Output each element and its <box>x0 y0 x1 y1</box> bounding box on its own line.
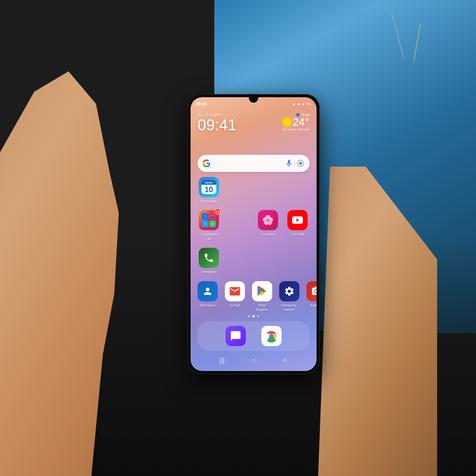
social-icon: f 📷 t w 12 <box>199 210 219 230</box>
settings-icon <box>279 281 299 301</box>
status-icons: ▲ ▲ ▲ 5% <box>292 102 311 106</box>
battery-indicator: 5% <box>306 102 311 106</box>
app-phone[interactable]: Телефон <box>198 248 220 274</box>
app-playstore[interactable]: PlayМаркет <box>252 281 272 312</box>
camera-svg <box>311 286 317 297</box>
calendar-label: Календар <box>200 199 217 203</box>
page-dots <box>191 315 317 317</box>
dot-1 <box>248 315 250 317</box>
youtube-icon <box>287 210 308 230</box>
weather-desc: УФ-індекс Високий <box>283 128 310 131</box>
date-label: ср, 10 травня <box>198 113 236 117</box>
twitter-mini: t <box>202 220 208 227</box>
app-gallery[interactable]: 🌸 Галерея <box>257 210 279 241</box>
time-display: 09:41 <box>198 117 236 133</box>
row2-spacer <box>227 210 250 241</box>
contacts-label: Контакти <box>200 303 215 307</box>
phone-screen: 09:41 ▲ ▲ ▲ 5% ср, 10 травня 09:41 🔵 <box>191 97 317 371</box>
chrome-svg <box>265 329 278 343</box>
search-lens-icon[interactable] <box>296 159 305 168</box>
phone-icon <box>199 248 219 268</box>
camera-icon <box>306 281 317 301</box>
gallery-label: Галерея <box>261 232 275 236</box>
svg-point-3 <box>270 334 273 338</box>
nav-back-btn[interactable]: < <box>278 353 292 367</box>
instagram-mini: 📷 <box>209 213 216 220</box>
gmail-icon <box>225 281 245 301</box>
nav-home-btn[interactable]: ○ <box>247 353 261 367</box>
dock-chrome[interactable] <box>261 326 282 346</box>
phone-frame: 09:41 ▲ ▲ ▲ 5% ср, 10 травня 09:41 🔵 <box>187 94 320 374</box>
search-bar[interactable] <box>198 155 310 172</box>
gmail-svg <box>229 285 241 298</box>
app-grid: Кален 10 Календар f <box>198 177 310 318</box>
whatsapp-mini: w <box>209 220 216 227</box>
phone-svg <box>203 252 214 263</box>
social-grid: f 📷 t w <box>202 213 216 227</box>
gmail-label: Gmail <box>230 303 240 307</box>
app-calendar[interactable]: Кален 10 Календар <box>198 177 220 203</box>
messages-svg <box>230 330 242 342</box>
playstore-icon <box>252 281 272 301</box>
app-social[interactable]: f 📷 t w 12 Соц.мережі <box>198 210 220 241</box>
app-contacts[interactable]: Контакти <box>198 281 218 312</box>
app-gmail[interactable]: Gmail <box>225 281 245 312</box>
weather-temp: 24° <box>293 117 309 128</box>
wifi-icon: ▲ <box>301 102 305 106</box>
weather-widget: 🔵 Львів 24° УФ-індекс Високий <box>283 113 310 131</box>
facebook-mini: f <box>202 213 208 220</box>
gallery-icon: 🌸 <box>258 210 278 230</box>
social-badge: 12 <box>214 208 220 215</box>
date-time-widget: ср, 10 травня 09:41 <box>198 113 236 133</box>
dot-3 <box>257 315 259 317</box>
calendar-icon: Кален 10 <box>199 177 219 197</box>
dot-2-active <box>252 315 255 317</box>
playstore-label: PlayМаркет <box>256 303 268 312</box>
app-camera[interactable]: Камера <box>306 281 317 312</box>
app-row-1: Кален 10 Календар <box>198 177 310 203</box>
widget-area: ср, 10 травня 09:41 🔵 Львів 24° УФ-індек… <box>191 110 317 136</box>
settings-label: Налашту-вання <box>281 303 298 312</box>
messages-icon <box>226 326 246 346</box>
contacts-svg <box>202 286 213 297</box>
search-mic-icon[interactable] <box>285 159 293 168</box>
google-g-logo <box>202 159 211 168</box>
app-row-2: f 📷 t w 12 Соц.мережі <box>198 210 310 241</box>
app-settings[interactable]: Налашту-вання <box>279 281 299 312</box>
camera-label: Камера <box>310 303 317 307</box>
nav-recent-btn[interactable]: ||| <box>215 353 229 367</box>
youtube-label: YouTube <box>290 232 304 236</box>
app-row-3: Телефон <box>198 248 310 274</box>
phone-wrapper: 09:41 ▲ ▲ ▲ 5% ср, 10 травня 09:41 🔵 <box>187 94 320 374</box>
app-row-4: Контакти Gmail <box>198 281 310 312</box>
dock <box>198 321 310 351</box>
contacts-icon <box>198 281 218 301</box>
chrome-icon <box>261 326 282 346</box>
social-label: Соц.мережі <box>201 232 217 241</box>
status-time: 09:41 <box>196 102 207 106</box>
youtube-play <box>292 215 303 226</box>
sun-icon <box>283 118 291 126</box>
phone-label: Телефон <box>201 270 216 274</box>
app-youtube[interactable]: YouTube <box>286 210 309 241</box>
signal-icon: ▲ <box>292 102 296 106</box>
playstore-svg <box>256 285 268 298</box>
nav-bar: ||| ○ < <box>191 352 317 368</box>
svg-point-1 <box>299 162 302 164</box>
dock-messages[interactable] <box>226 326 246 346</box>
signal-bars: ▲ <box>297 102 300 106</box>
settings-svg <box>284 286 295 297</box>
weather-location: 🔵 Львів <box>283 113 310 117</box>
